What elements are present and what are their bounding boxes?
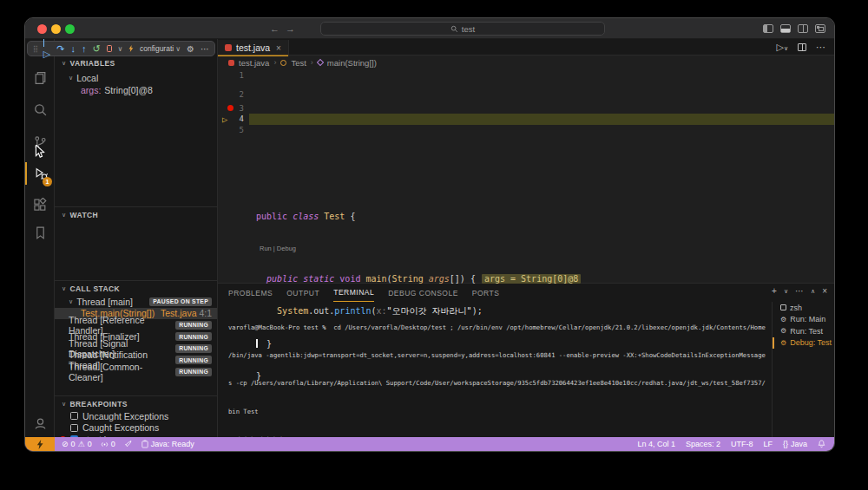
breadcrumb-class[interactable]: Test (291, 58, 306, 68)
checkbox-unchecked[interactable] (70, 412, 78, 420)
terminal-line: varofla@MacBook-Pro test % cd /Users/var… (228, 323, 780, 333)
checkbox-unchecked[interactable] (70, 424, 78, 432)
new-terminal-icon[interactable]: + (772, 286, 777, 296)
tab-terminal[interactable]: TERMINAL (333, 284, 374, 302)
breakpoint-dot-icon[interactable] (227, 105, 233, 111)
breakpoint-caught-exceptions[interactable]: Caught Exceptions (55, 422, 217, 434)
debug-config-dropdown[interactable]: configurati∨ (140, 44, 181, 53)
variable-args[interactable]: args: String[0]@8 (55, 84, 217, 96)
more-icon[interactable]: ⋯ (201, 44, 209, 54)
variables-section-header[interactable]: ∨ VARIABLES (55, 57, 217, 69)
more-icon[interactable]: ⋯ (795, 286, 804, 296)
callstack-section-header[interactable]: ∨ CALL STACK (55, 283, 217, 295)
breakpoint-uncaught-exceptions[interactable]: Uncaught Exceptions (55, 410, 217, 422)
account-icon (33, 416, 48, 431)
current-frame-arrow-icon: ▷ (222, 114, 227, 126)
hot-code-replace-icon[interactable] (128, 43, 134, 54)
terminal-list: zsh ⚙ Run: Main ⚙ Run: Test ⚙ Debug: Tes… (772, 302, 834, 437)
toggle-secondary-sidebar-icon[interactable] (798, 24, 808, 33)
breadcrumb: test.java › Test › main(String[]) (218, 56, 834, 69)
chevron-down-icon[interactable]: ∨ (784, 288, 788, 295)
run-java-button[interactable]: ▷∨ (776, 42, 788, 53)
problems-indicator[interactable]: ⊘ 0 ⚠ 0 (62, 440, 92, 448)
codelens-run-debug[interactable]: Run | Debug (218, 244, 834, 252)
debug-sidebar: ∨ VARIABLES ∨ Local args: String[0]@8 ∨ … (55, 39, 218, 437)
mouse-cursor (35, 145, 45, 159)
ports-indicator[interactable]: 0 (101, 440, 115, 448)
watch-section-header[interactable]: ∨ WATCH (55, 209, 217, 221)
eol-sequence[interactable]: LF (763, 440, 773, 448)
thread-main-row[interactable]: ∨Thread [main] PAUSED ON STEP (55, 296, 217, 308)
warnings-icon: ⚠ (78, 440, 85, 448)
code-editor[interactable]: 1 2 3 4 5 ▷ public class Test { Run | De… (218, 70, 834, 283)
step-over-button[interactable]: ↷ (56, 43, 64, 55)
step-out-button[interactable]: ↑ (82, 43, 87, 54)
close-window-button[interactable] (37, 24, 47, 34)
gear-icon[interactable]: ⚙ (187, 44, 194, 54)
chevron-right-icon: › (311, 58, 313, 67)
stop-button[interactable] (107, 45, 112, 52)
broadcast-icon (101, 441, 108, 448)
nav-forward-icon[interactable]: → (286, 22, 295, 36)
tab-ports[interactable]: PORTS (472, 284, 500, 302)
continue-button[interactable]: ▷ (43, 38, 50, 60)
sidebar-item-bookmarks[interactable] (25, 221, 55, 244)
breakpoints-section-header[interactable]: ∨ BREAKPOINTS (55, 398, 217, 410)
customize-layout-icon[interactable] (815, 24, 825, 33)
section-divider (55, 395, 217, 396)
sidebar-item-run-debug[interactable]: 1 (25, 162, 55, 185)
editor-actions: ▷∨ ⋯ (776, 39, 825, 56)
task-gear-icon: ⚙ (780, 327, 786, 335)
more-icon[interactable]: ⋯ (816, 42, 825, 53)
section-divider (55, 280, 217, 281)
running-badge: RUNNING (175, 368, 212, 376)
current-line-highlight (249, 114, 834, 125)
clipboard-icon (141, 440, 148, 448)
java-status[interactable]: Java: Ready (141, 440, 194, 448)
sidebar-item-extensions[interactable] (25, 193, 55, 216)
nav-back-icon[interactable]: ← (270, 22, 279, 36)
minimize-window-button[interactable] (51, 24, 61, 34)
inline-debug-value: args = String[0]@8 (482, 274, 581, 284)
stop-chevron-icon[interactable]: ∨ (118, 45, 123, 53)
thread-row[interactable]: Thread [Common-Cleaner]RUNNING (55, 366, 217, 378)
command-center-search[interactable]: test (320, 22, 605, 36)
tab-test-java[interactable]: test.java × (218, 40, 289, 56)
drag-handle-icon[interactable]: ⣿ (33, 45, 37, 53)
encoding[interactable]: UTF-8 (731, 440, 753, 448)
thread-row[interactable]: Thread [Reference Handler]RUNNING (55, 319, 217, 331)
restart-button[interactable]: ↺ (93, 43, 101, 55)
sidebar-item-explorer[interactable] (25, 66, 55, 88)
tab-problems[interactable]: PROBLEMS (228, 284, 273, 302)
step-into-button[interactable]: ↓ (71, 43, 76, 54)
terminal-line: bin Test (228, 408, 780, 417)
language-mode[interactable]: {} Java (783, 440, 807, 448)
breadcrumb-method[interactable]: main(String[]) (327, 58, 377, 68)
zoom-window-button[interactable] (65, 24, 75, 34)
remote-indicator[interactable] (25, 437, 55, 451)
maximize-panel-icon[interactable]: ∧ (811, 288, 815, 295)
tab-debug-console[interactable]: DEBUG CONSOLE (388, 284, 458, 302)
toggle-sidebar-icon[interactable] (763, 24, 773, 33)
chevron-down-icon: ∨ (62, 285, 67, 292)
split-editor-icon[interactable] (798, 43, 806, 51)
tab-output[interactable]: OUTPUT (286, 284, 319, 302)
close-tab-icon[interactable]: × (276, 43, 281, 53)
variables-scope-local[interactable]: ∨ Local (55, 72, 217, 84)
launch-indicator[interactable] (124, 440, 133, 448)
braces-icon: {} (783, 440, 788, 448)
cursor-position[interactable]: Ln 4, Col 1 (637, 440, 675, 448)
status-bar: ⊘ 0 ⚠ 0 0 Java: Ready Ln 4, Col 1 Spaces… (25, 437, 834, 451)
debug-toolbar: ⣿ ▷ ↷ ↓ ↑ ↺ ∨ configurati∨ ⚙ ⋯ (27, 41, 215, 56)
indentation[interactable]: Spaces: 2 (686, 440, 720, 448)
close-panel-icon[interactable]: × (822, 286, 827, 296)
terminal-item-run-test[interactable]: ⚙ Run: Test (773, 325, 834, 337)
sidebar-item-search[interactable] (25, 98, 55, 121)
breadcrumb-file[interactable]: test.java (239, 58, 269, 68)
running-badge: RUNNING (175, 356, 212, 364)
running-badge: RUNNING (175, 321, 212, 330)
toggle-panel-icon[interactable] (780, 24, 791, 33)
code-line-2: public static void main(String args[]) {… (218, 274, 834, 285)
account-button[interactable] (25, 412, 55, 434)
bell-icon[interactable] (818, 440, 825, 448)
